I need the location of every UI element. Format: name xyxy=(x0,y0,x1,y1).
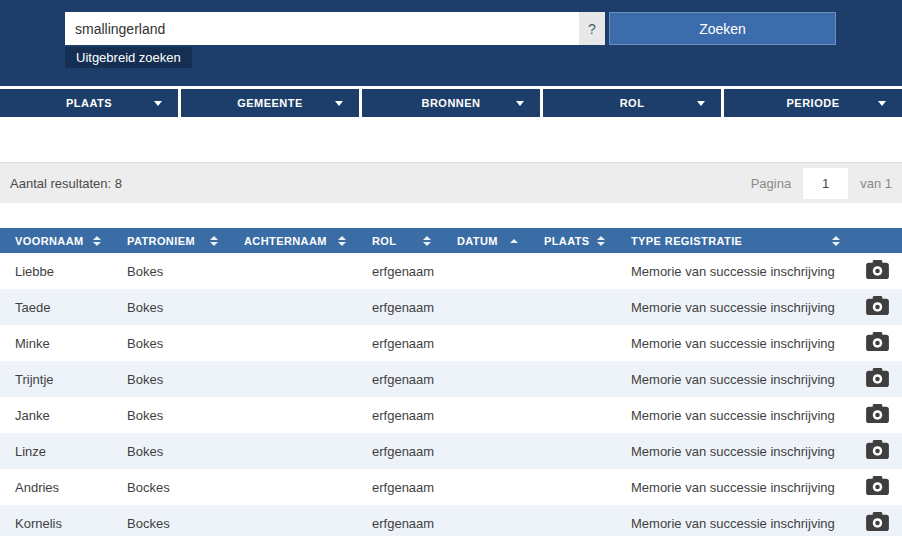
cell-plaats xyxy=(530,505,617,536)
cell-achternaam xyxy=(230,361,358,397)
chevron-down-icon xyxy=(154,101,162,106)
search-button[interactable]: Zoeken xyxy=(609,12,836,45)
cell-plaats xyxy=(530,469,617,505)
results-bar: Aantal resultaten: 8 Pagina van 1 xyxy=(0,162,902,203)
column-header-patroniem[interactable]: PATRONIEM xyxy=(113,228,230,253)
table-row: Minke Bokes erfgenaam Memorie van succes… xyxy=(0,325,902,361)
view-scan-button[interactable] xyxy=(866,440,889,459)
cell-datum xyxy=(443,505,530,536)
cell-plaats xyxy=(530,433,617,469)
cell-patroniem: Bockes xyxy=(113,505,230,536)
column-label: ACHTERNAAM xyxy=(244,235,327,247)
page-number-input[interactable] xyxy=(803,168,848,199)
column-label: ROL xyxy=(372,235,396,247)
column-header-datum[interactable]: DATUM xyxy=(443,228,530,253)
view-scan-button[interactable] xyxy=(866,332,889,351)
cell-achternaam xyxy=(230,325,358,361)
view-scan-button[interactable] xyxy=(866,296,889,315)
filter-dropdown-plaats[interactable]: PLAATS xyxy=(0,89,178,117)
help-button[interactable]: ? xyxy=(579,12,605,45)
cell-achternaam xyxy=(230,397,358,433)
cell-patroniem: Bokes xyxy=(113,397,230,433)
search-bar: ? Zoeken xyxy=(65,12,836,45)
cell-voornaam: Linze xyxy=(0,433,113,469)
cell-type-registratie: Memorie van successie inschrijving xyxy=(617,325,852,361)
view-scan-button[interactable] xyxy=(866,404,889,423)
column-header-plaats[interactable]: PLAATS xyxy=(530,228,617,253)
table-row: Taede Bokes erfgenaam Memorie van succes… xyxy=(0,289,902,325)
cell-type-registratie: Memorie van successie inschrijving xyxy=(617,253,852,289)
search-input[interactable] xyxy=(65,12,579,45)
cell-rol: erfgenaam xyxy=(358,505,443,536)
column-label: PATRONIEM xyxy=(127,235,195,247)
table-row: Kornelis Bockes erfgenaam Memorie van su… xyxy=(0,505,902,536)
cell-datum xyxy=(443,289,530,325)
cell-type-registratie: Memorie van successie inschrijving xyxy=(617,289,852,325)
cell-achternaam xyxy=(230,469,358,505)
chevron-down-icon xyxy=(335,101,343,106)
cell-patroniem: Bokes xyxy=(113,325,230,361)
cell-voornaam: Taede xyxy=(0,289,113,325)
sort-icon xyxy=(338,236,346,246)
table-row: Andries Bockes erfgenaam Memorie van suc… xyxy=(0,469,902,505)
filter-dropdown-rol[interactable]: ROL xyxy=(543,89,721,117)
sort-icon xyxy=(210,236,218,246)
cell-datum xyxy=(443,325,530,361)
view-scan-button[interactable] xyxy=(866,368,889,387)
sort-icon xyxy=(597,236,605,246)
advanced-search-link[interactable]: Uitgebreid zoeken xyxy=(65,47,192,68)
cell-type-registratie: Memorie van successie inschrijving xyxy=(617,505,852,536)
cell-voornaam: Liebbe xyxy=(0,253,113,289)
results-table-body: Liebbe Bokes erfgenaam Memorie van succe… xyxy=(0,253,902,536)
camera-icon xyxy=(866,260,889,279)
column-label: TYPE REGISTRATIE xyxy=(631,235,742,247)
chevron-down-icon xyxy=(878,101,886,106)
cell-type-registratie: Memorie van successie inschrijving xyxy=(617,397,852,433)
cell-type-registratie: Memorie van successie inschrijving xyxy=(617,433,852,469)
column-label: DATUM xyxy=(457,235,498,247)
column-header-rol[interactable]: ROL xyxy=(358,228,443,253)
cell-achternaam xyxy=(230,253,358,289)
cell-plaats xyxy=(530,361,617,397)
column-header-achternaam[interactable]: ACHTERNAAM xyxy=(230,228,358,253)
results-table: VOORNAAMPATRONIEMACHTERNAAMROLDATUMPLAAT… xyxy=(0,228,902,536)
view-scan-button[interactable] xyxy=(866,260,889,279)
filter-label: GEMEENTE xyxy=(237,97,303,109)
view-scan-button[interactable] xyxy=(866,476,889,495)
cell-rol: erfgenaam xyxy=(358,397,443,433)
column-label: PLAATS xyxy=(544,235,590,247)
view-scan-button[interactable] xyxy=(866,512,889,531)
cell-patroniem: Bockes xyxy=(113,469,230,505)
column-header-scan xyxy=(852,228,902,253)
cell-voornaam: Trijntje xyxy=(0,361,113,397)
filter-dropdown-periode[interactable]: PERIODE xyxy=(724,89,902,117)
top-header: ? Zoeken Uitgebreid zoeken xyxy=(0,0,902,86)
result-count: Aantal resultaten: 8 xyxy=(10,176,122,191)
cell-voornaam: Andries xyxy=(0,469,113,505)
cell-rol: erfgenaam xyxy=(358,325,443,361)
cell-type-registratie: Memorie van successie inschrijving xyxy=(617,469,852,505)
page-total: van 1 xyxy=(860,176,892,191)
filter-label: PLAATS xyxy=(66,97,112,109)
cell-rol: erfgenaam xyxy=(358,433,443,469)
camera-icon xyxy=(866,476,889,495)
cell-patroniem: Bokes xyxy=(113,433,230,469)
cell-achternaam xyxy=(230,505,358,536)
sort-icon xyxy=(423,236,431,246)
table-row: Liebbe Bokes erfgenaam Memorie van succe… xyxy=(0,253,902,289)
cell-datum xyxy=(443,397,530,433)
cell-voornaam: Minke xyxy=(0,325,113,361)
column-header-type-registratie[interactable]: TYPE REGISTRATIE xyxy=(617,228,852,253)
cell-patroniem: Bokes xyxy=(113,253,230,289)
filter-dropdown-bronnen[interactable]: BRONNEN xyxy=(362,89,540,117)
column-header-voornaam[interactable]: VOORNAAM xyxy=(0,228,113,253)
cell-rol: erfgenaam xyxy=(358,253,443,289)
cell-plaats xyxy=(530,253,617,289)
camera-icon xyxy=(866,440,889,459)
table-row: Janke Bokes erfgenaam Memorie van succes… xyxy=(0,397,902,433)
cell-voornaam: Kornelis xyxy=(0,505,113,536)
cell-achternaam xyxy=(230,433,358,469)
filter-dropdown-gemeente[interactable]: GEMEENTE xyxy=(181,89,359,117)
filter-label: PERIODE xyxy=(786,97,839,109)
cell-voornaam: Janke xyxy=(0,397,113,433)
